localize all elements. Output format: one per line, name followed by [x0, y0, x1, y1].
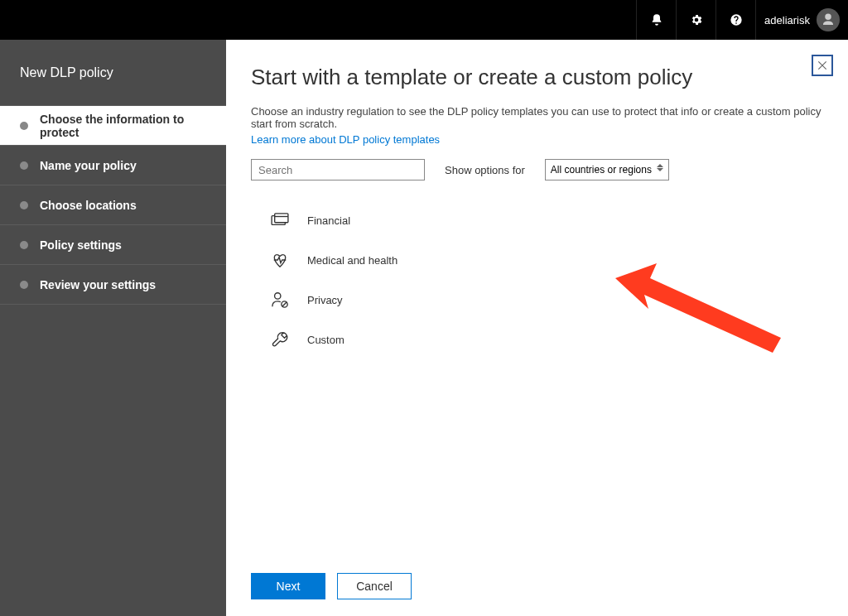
step-dot-icon [20, 281, 28, 289]
step-dot-icon [20, 122, 28, 130]
category-medical[interactable]: Medical and health [271, 240, 823, 280]
close-button[interactable] [812, 55, 833, 76]
region-selected: All countries or regions [551, 164, 652, 176]
category-label: Financial [307, 214, 350, 227]
controls-row: Show options for All countries or region… [251, 159, 823, 180]
category-label: Custom [307, 334, 344, 346]
main-panel: Start with a template or create a custom… [226, 40, 848, 616]
help-button[interactable] [716, 0, 755, 40]
gear-icon [690, 13, 703, 26]
step-review[interactable]: Review your settings [0, 265, 226, 305]
search-input[interactable] [251, 159, 425, 180]
step-policy-settings[interactable]: Policy settings [0, 225, 226, 265]
settings-button[interactable] [676, 0, 716, 40]
person-icon [821, 12, 836, 27]
person-blocked-icon [271, 291, 289, 309]
sidebar-title: New DLP policy [0, 40, 226, 106]
svg-line-5 [282, 302, 287, 307]
step-label: Choose locations [40, 199, 137, 212]
category-list: Financial Medical and health Privacy Cus… [271, 200, 823, 359]
page-description: Choose an industry regulation to see the… [251, 105, 823, 130]
category-label: Medical and health [307, 254, 398, 267]
options-label: Show options for [445, 164, 525, 176]
step-choose-info[interactable]: Choose the information to protect [0, 106, 226, 146]
cancel-button[interactable]: Cancel [337, 573, 412, 599]
bell-icon [650, 13, 663, 26]
topbar: adeliarisk [0, 0, 848, 40]
category-privacy[interactable]: Privacy [271, 280, 823, 320]
step-dot-icon [20, 161, 28, 170]
footer-buttons: Next Cancel [251, 573, 412, 599]
step-dot-icon [20, 201, 28, 209]
wrench-icon [271, 330, 289, 349]
category-label: Privacy [307, 294, 343, 306]
question-icon [730, 13, 743, 26]
svg-point-3 [275, 293, 281, 299]
username: adeliarisk [764, 14, 810, 26]
step-label: Policy settings [40, 238, 122, 252]
close-icon [817, 60, 828, 71]
page-title: Start with a template or create a custom… [251, 65, 823, 90]
step-dot-icon [20, 241, 28, 249]
heart-pulse-icon [271, 252, 289, 268]
step-label: Review your settings [40, 278, 156, 291]
next-button[interactable]: Next [251, 573, 325, 599]
step-label: Name your policy [40, 159, 137, 172]
sidebar: New DLP policy Choose the information to… [0, 40, 226, 616]
financial-icon [271, 213, 289, 228]
region-select[interactable]: All countries or regions [545, 159, 669, 180]
svg-rect-1 [275, 214, 288, 223]
step-choose-locations[interactable]: Choose locations [0, 185, 226, 225]
category-custom[interactable]: Custom [271, 320, 823, 359]
step-name-policy[interactable]: Name your policy [0, 146, 226, 185]
step-label: Choose the information to protect [40, 113, 226, 139]
avatar [817, 8, 840, 31]
notifications-button[interactable] [636, 0, 676, 40]
category-financial[interactable]: Financial [271, 200, 823, 240]
learn-more-link[interactable]: Learn more about DLP policy templates [251, 133, 823, 146]
user-menu[interactable]: adeliarisk [755, 0, 848, 40]
